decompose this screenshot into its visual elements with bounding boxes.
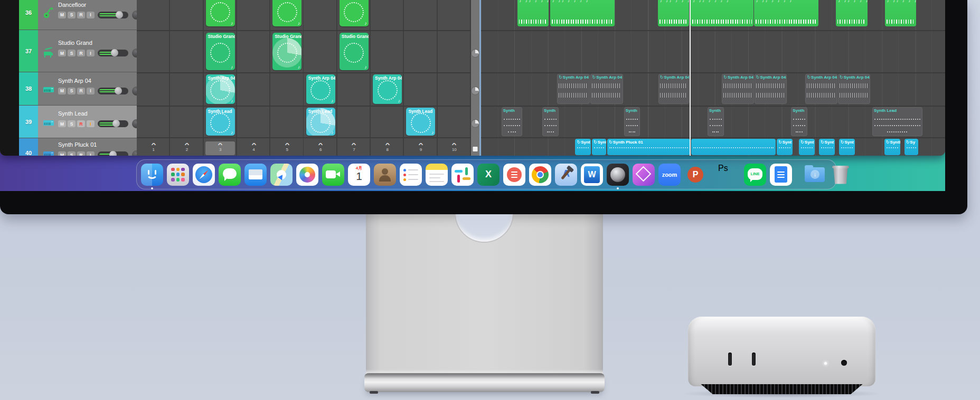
track-r-button[interactable]: R — [77, 151, 85, 156]
track-header-38[interactable]: 38 Synth Arp 04MSRI — [19, 72, 137, 106]
dock-icon-maps[interactable] — [270, 164, 293, 186]
track-name[interactable]: Synth Arp 04 — [58, 78, 91, 84]
region-track40-2[interactable]: ↻Synt — [592, 139, 606, 155]
dock-icon-trash[interactable] — [830, 164, 852, 186]
dock-icon-safari[interactable] — [193, 164, 215, 186]
track-r-button[interactable]: R — [77, 12, 85, 18]
region-track36-1[interactable]: ♪ ♪♪ ♪ ♪ ♪ ♪ — [517, 0, 549, 26]
region-track39-3[interactable]: Synth — [624, 107, 640, 136]
region-track38-2[interactable]: ↻Synth Arp 04 — [590, 74, 623, 104]
loop-cell-track38-scene8[interactable]: Synth Arp 04♪ — [373, 74, 402, 104]
pan-knob[interactable] — [132, 87, 137, 96]
dock-icon-word[interactable]: W — [581, 164, 603, 186]
track-name[interactable]: Synth Lead — [58, 110, 88, 117]
dock-icon-xcode[interactable]: A — [555, 164, 577, 186]
dock-icon-logic[interactable] — [607, 164, 629, 186]
pan-knob[interactable] — [132, 49, 137, 58]
track-r-button[interactable]: R — [77, 88, 85, 94]
dock-icon-excel[interactable]: X — [477, 164, 500, 186]
volume-slider[interactable] — [98, 151, 128, 156]
track-s-button[interactable]: S — [68, 50, 76, 56]
loop-cell-track37-scene5[interactable]: Studio Grand♪ — [272, 33, 301, 70]
pan-knob[interactable] — [132, 11, 137, 20]
region-track38-6[interactable]: ↻Synth Arp 04 — [805, 74, 837, 104]
dock-icon-slack[interactable] — [451, 164, 474, 186]
track-s-button[interactable]: S — [68, 151, 76, 156]
region-track40-3[interactable]: ↻Synth Pluck 01 — [607, 139, 690, 155]
volume-knob[interactable] — [111, 49, 118, 56]
dock-icon-docs[interactable] — [770, 164, 792, 186]
dock-icon-powerpoint[interactable]: P — [684, 164, 706, 186]
dock-icon-zoom[interactable]: zoom — [658, 164, 681, 186]
volume-slider[interactable] — [98, 12, 128, 18]
track-header-40[interactable]: 40 Synth Pluck 01MSRI — [19, 138, 137, 156]
dock-icon-reminders[interactable] — [400, 164, 422, 186]
stop-icon[interactable] — [473, 147, 478, 151]
region-track40-5[interactable]: ↻Synt — [777, 139, 793, 155]
region-track40-1[interactable]: ↻Synt — [575, 139, 591, 155]
loop-cell-track38-scene6[interactable]: Synth Arp 04♪ — [306, 74, 335, 104]
region-track36-4[interactable]: ♪ ♪♪ ♪ ♪ ♪ ♪ — [691, 0, 753, 26]
dock-icon-photoshop[interactable]: Ps — [718, 164, 740, 186]
region-track36-7[interactable]: ♪ ♪♪ ♪ ♪ ♪ ♪ — [885, 0, 917, 26]
pan-knob[interactable] — [132, 150, 137, 156]
dock-icon-contacts[interactable] — [374, 164, 396, 186]
loop-cell-track37-scene3[interactable]: Studio Grand♪ — [206, 33, 235, 70]
pan-knob[interactable] — [132, 119, 137, 128]
track-header-36[interactable]: 36 DancefloorMSRI — [19, 0, 137, 30]
track-r-button[interactable]: R — [77, 50, 85, 56]
dock-icon-messages[interactable] — [219, 164, 241, 186]
track-i-button[interactable]: I — [87, 50, 95, 56]
volume-knob[interactable] — [115, 87, 122, 94]
dock-icon-facetime[interactable] — [322, 164, 344, 186]
scene-trigger-10[interactable]: ^10 — [439, 141, 469, 155]
region-track36-5[interactable]: ♪ ♪♪ ♪ ♪ ♪ ♪ — [754, 0, 818, 26]
loop-cell-track39-scene9[interactable]: Synth Lead♪ — [406, 108, 435, 136]
loop-cell-track36-scene5[interactable]: ♪ — [272, 0, 301, 26]
region-track38-5[interactable]: ↻Synth Arp 04 — [755, 74, 787, 104]
track-s-button[interactable]: S — [68, 88, 76, 94]
loop-cell-track38-scene3[interactable]: Synth Arp 04♪ — [206, 74, 235, 104]
region-track39-6[interactable]: Synth Lead — [872, 107, 922, 136]
dock-icon-notes[interactable] — [426, 164, 448, 186]
track-s-button[interactable]: S — [68, 12, 76, 18]
region-track40-8[interactable]: ↻Synt — [839, 139, 855, 155]
tracks-timeline-area[interactable]: ♪ ♪♪ ♪ ♪ ♪ ♪ ♪ ♪♪ ♪ ♪ ♪ ♪ ♪ ♪♪ ♪ ♪ ♪ ♪ ♪… — [481, 0, 945, 156]
region-track39-1[interactable]: Synth — [502, 107, 523, 136]
region-track40-4[interactable] — [691, 139, 776, 155]
dock-icon-chrome[interactable] — [529, 164, 551, 186]
track-i-button[interactable]: I — [87, 88, 95, 94]
volume-knob[interactable] — [112, 120, 120, 127]
volume-slider[interactable] — [98, 120, 128, 127]
track-i-button[interactable]: I — [87, 12, 95, 18]
dock-icon-downloads[interactable]: ↓ — [804, 164, 826, 186]
track-m-button[interactable]: M — [58, 12, 66, 18]
track-m-button[interactable]: M — [58, 120, 66, 127]
cell-progress-pie[interactable] — [472, 50, 479, 57]
loop-cell-track36-scene3[interactable]: ♪ — [206, 0, 235, 26]
track-m-button[interactable]: M — [58, 151, 66, 156]
track-name[interactable]: Synth Pluck 01 — [58, 141, 97, 148]
track-header-39[interactable]: 39 Synth LeadMSRI — [19, 106, 137, 138]
region-track38-1[interactable]: ↻Synth Arp 04 — [557, 74, 590, 104]
loop-cell-track37-scene7[interactable]: Studio Grand♪ — [340, 33, 369, 70]
region-track38-7[interactable]: ↻Synth Arp 04 — [838, 74, 871, 104]
region-track39-2[interactable]: Synth — [542, 107, 559, 136]
track-name[interactable]: Studio Grand — [58, 40, 92, 46]
track-s-button[interactable]: S — [68, 120, 76, 127]
dock-icon-photos[interactable] — [296, 164, 318, 186]
region-track39-4[interactable]: Synth — [708, 107, 724, 136]
region-track36-3[interactable]: ♪ ♪♪ ♪ ♪ ♪ ♪ — [658, 0, 689, 26]
dock-icon-affinity[interactable] — [633, 164, 655, 186]
volume-slider[interactable] — [98, 88, 128, 94]
dock-icon-chat[interactable] — [503, 164, 525, 186]
track-m-button[interactable]: M — [58, 88, 66, 94]
volume-slider[interactable] — [98, 50, 128, 56]
dock-icon-mail[interactable] — [244, 164, 267, 186]
track-header-37[interactable]: 37 Studio GrandMSRI — [19, 30, 137, 72]
region-track40-10[interactable]: ↻Sy — [904, 139, 918, 155]
live-loops-grid[interactable]: ♪♪♪Studio Grand♪Studio Grand♪Studio Gran… — [137, 0, 471, 156]
volume-knob[interactable] — [109, 151, 117, 156]
dock-icon-finder[interactable] — [141, 164, 163, 186]
track-i-button[interactable]: I — [87, 151, 95, 156]
